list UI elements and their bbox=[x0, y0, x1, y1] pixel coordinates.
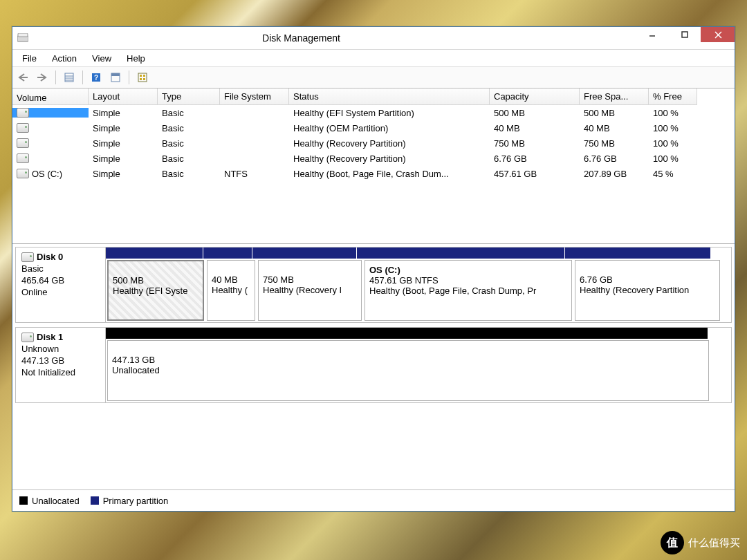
partition-box[interactable]: 40 MBHealthy ( bbox=[207, 260, 255, 321]
col-type[interactable]: Type bbox=[158, 88, 220, 105]
volume-capacity: 457.61 GB bbox=[490, 169, 580, 179]
partition-box[interactable]: 6.76 GBHealthy (Recovery Partition bbox=[575, 260, 720, 321]
partition-box[interactable]: 750 MBHealthy (Recovery I bbox=[258, 260, 362, 321]
menu-view[interactable]: View bbox=[85, 52, 118, 65]
menu-action[interactable]: Action bbox=[45, 52, 84, 65]
titlebar[interactable]: Disk Management bbox=[12, 27, 735, 50]
settings-button[interactable] bbox=[135, 70, 150, 85]
partition-box[interactable]: 500 MBHealthy (EFI Syste bbox=[107, 260, 204, 321]
volume-status: Healthy (EFI System Partition) bbox=[289, 108, 490, 118]
col-pctfree[interactable]: % Free bbox=[649, 88, 697, 105]
partition-status: Healthy (EFI Syste bbox=[113, 286, 187, 296]
partition-size: 40 MB bbox=[212, 274, 238, 285]
volume-type: Basic bbox=[158, 138, 220, 149]
volume-capacity: 40 MB bbox=[490, 123, 580, 133]
volume-layout: Simple bbox=[89, 108, 158, 118]
volume-name: OS (C:) bbox=[32, 169, 62, 179]
volume-status: Healthy (Recovery Partition) bbox=[289, 138, 490, 149]
volume-status: Healthy (OEM Partition) bbox=[289, 123, 490, 133]
volume-pctfree: 45 % bbox=[649, 169, 697, 179]
disk-row: Disk 1Unknown447.13 GBNot Initialized447… bbox=[15, 327, 732, 403]
col-volume[interactable]: Volume bbox=[12, 88, 89, 105]
svg-rect-14 bbox=[138, 73, 147, 82]
volume-row[interactable]: SimpleBasicHealthy (Recovery Partition)7… bbox=[12, 136, 735, 151]
volume-pctfree: 100 % bbox=[649, 153, 697, 164]
volume-capacity: 750 MB bbox=[490, 138, 580, 149]
volume-status: Healthy (Recovery Partition) bbox=[289, 153, 490, 164]
watermark: 值 什么值得买 bbox=[661, 531, 740, 554]
disk-label: Disk 1 bbox=[37, 332, 63, 342]
partition-status: Unallocated bbox=[112, 365, 160, 375]
partition-status: Healthy ( bbox=[212, 285, 248, 295]
menubar: File Action View Help bbox=[12, 50, 735, 66]
partition-status: Healthy (Recovery I bbox=[263, 285, 342, 295]
volume-row[interactable]: SimpleBasicHealthy (OEM Partition)40 MB4… bbox=[12, 120, 735, 136]
col-status[interactable]: Status bbox=[289, 88, 490, 105]
back-button[interactable] bbox=[15, 70, 30, 85]
partition-title: OS (C:) bbox=[369, 265, 400, 275]
volume-layout: Simple bbox=[89, 169, 158, 179]
svg-rect-16 bbox=[143, 75, 145, 77]
col-capacity[interactable]: Capacity bbox=[490, 88, 580, 105]
forward-button[interactable] bbox=[35, 70, 50, 85]
partition-size: 500 MB bbox=[113, 275, 144, 286]
partition-status: Healthy (Boot, Page File, Crash Dump, Pr bbox=[369, 286, 536, 296]
legend: Unallocated Primary partition bbox=[12, 489, 735, 511]
legend-primary: Primary partition bbox=[91, 496, 169, 506]
close-button[interactable] bbox=[701, 27, 735, 42]
maximize-button[interactable] bbox=[668, 27, 701, 42]
partition-size: 750 MB bbox=[263, 274, 294, 285]
volume-free: 207.89 GB bbox=[580, 169, 649, 179]
window-title: Disk Management bbox=[0, 32, 636, 44]
partition-size: 457.61 GB NTFS bbox=[369, 275, 439, 286]
legend-unallocated-label: Unallocated bbox=[32, 496, 80, 506]
volume-layout: Simple bbox=[89, 123, 158, 133]
disk-state: Online bbox=[21, 287, 100, 297]
disk-info[interactable]: Disk 1Unknown447.13 GBNot Initialized bbox=[16, 328, 106, 402]
disk-icon bbox=[21, 333, 34, 342]
volume-capacity: 6.76 GB bbox=[490, 153, 580, 164]
svg-rect-3 bbox=[682, 32, 688, 37]
volume-free: 40 MB bbox=[580, 123, 649, 133]
volume-type: Basic bbox=[158, 169, 220, 179]
legend-unallocated: Unallocated bbox=[19, 496, 80, 506]
disk-size: 447.13 GB bbox=[21, 355, 100, 366]
svg-rect-13 bbox=[111, 73, 120, 76]
legend-primary-label: Primary partition bbox=[103, 496, 169, 506]
volume-row[interactable]: SimpleBasicHealthy (Recovery Partition)6… bbox=[12, 151, 735, 166]
volume-list-header[interactable]: Volume Layout Type File System Status Ca… bbox=[12, 88, 735, 105]
disk-type: Basic bbox=[21, 263, 100, 274]
disk-size: 465.64 GB bbox=[21, 275, 100, 286]
col-layout[interactable]: Layout bbox=[89, 88, 158, 105]
volume-row[interactable]: OS (C:)SimpleBasicNTFSHealthy (Boot, Pag… bbox=[12, 166, 735, 181]
partition-status: Healthy (Recovery Partition bbox=[580, 285, 689, 295]
properties-button[interactable] bbox=[62, 70, 77, 85]
disk-info[interactable]: Disk 0Basic465.64 GBOnline bbox=[16, 248, 106, 322]
disk-management-window: Disk Management File Action View Help ? … bbox=[12, 26, 735, 512]
menu-file[interactable]: File bbox=[15, 52, 44, 65]
volume-row[interactable]: SimpleBasicHealthy (EFI System Partition… bbox=[12, 105, 735, 120]
drive-icon bbox=[17, 169, 29, 178]
volume-free: 500 MB bbox=[580, 108, 649, 118]
partition-box[interactable]: 447.13 GBUnallocated bbox=[107, 340, 709, 401]
menu-help[interactable]: Help bbox=[120, 52, 152, 65]
volume-list: Volume Layout Type File System Status Ca… bbox=[12, 88, 735, 244]
partition-box[interactable]: OS (C:)457.61 GB NTFSHealthy (Boot, Page… bbox=[365, 260, 572, 321]
disk-state: Not Initialized bbox=[21, 367, 100, 377]
volume-layout: Simple bbox=[89, 138, 158, 149]
view-top-button[interactable] bbox=[108, 70, 123, 85]
col-freespace[interactable]: Free Spa... bbox=[580, 88, 649, 105]
drive-icon bbox=[17, 123, 29, 133]
help-button[interactable]: ? bbox=[89, 70, 104, 85]
volume-type: Basic bbox=[158, 153, 220, 164]
minimize-button[interactable] bbox=[636, 27, 668, 42]
col-filesystem[interactable]: File System bbox=[220, 88, 289, 105]
volume-free: 6.76 GB bbox=[580, 153, 649, 164]
volume-capacity: 500 MB bbox=[490, 108, 580, 118]
volume-type: Basic bbox=[158, 108, 220, 118]
watermark-badge-icon: 值 bbox=[661, 531, 684, 554]
disk-icon bbox=[21, 252, 34, 262]
drive-icon bbox=[17, 108, 29, 118]
disk-type: Unknown bbox=[21, 344, 100, 354]
svg-rect-18 bbox=[143, 78, 145, 80]
